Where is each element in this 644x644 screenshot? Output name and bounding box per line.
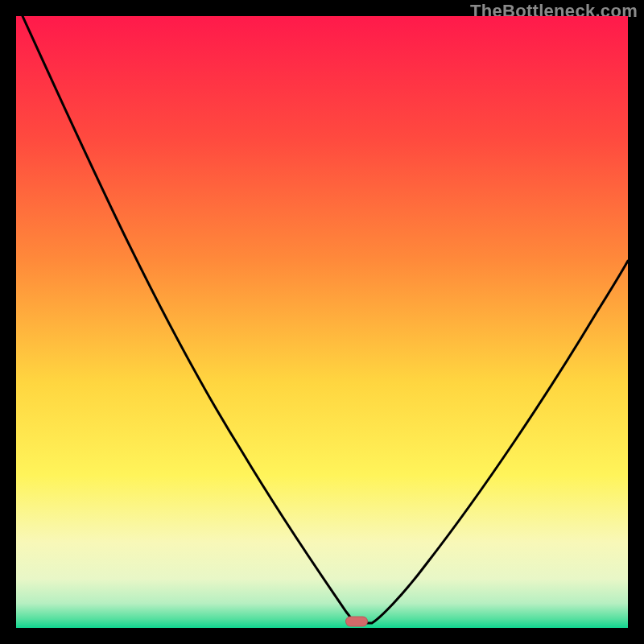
- bottleneck-curve: [16, 16, 628, 628]
- plot-area: [16, 16, 628, 628]
- chart-frame: TheBottleneck.com: [0, 0, 644, 644]
- optimal-marker: [345, 616, 368, 626]
